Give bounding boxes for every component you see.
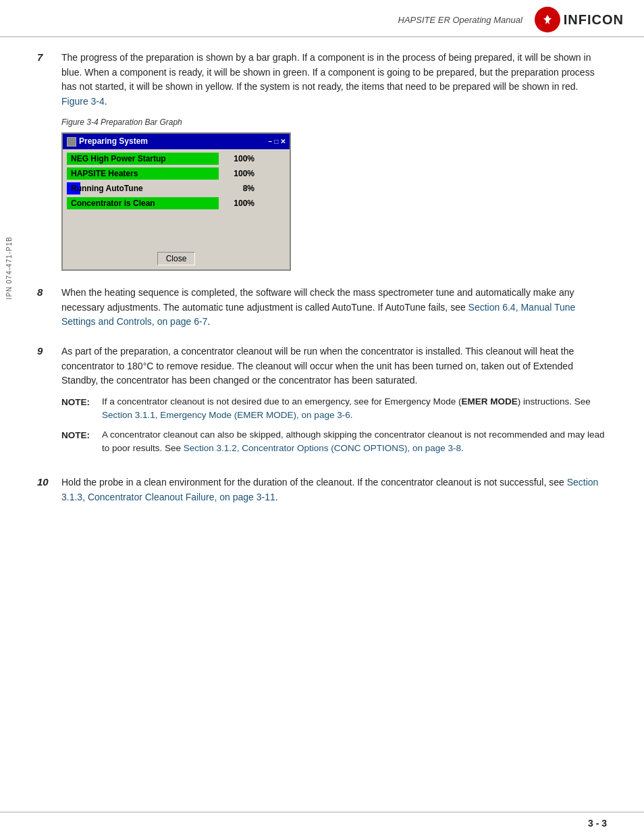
- page-header: HAPSITE ER Operating Manual INFICON: [0, 0, 644, 37]
- item-10-text: Hold the probe in a clean environment fo…: [61, 477, 567, 488]
- item-7-link[interactable]: Figure 3-4: [61, 96, 105, 107]
- item-7-number: 7: [37, 51, 61, 63]
- note-2-text: A concentrator cleanout can also be skip…: [102, 428, 607, 456]
- item-7: 7 The progress of the preparation is sho…: [37, 51, 607, 271]
- inficon-logo-svg: [540, 12, 555, 27]
- logo-icon: [535, 7, 560, 32]
- item-9: 9 As part of the preparation, a concentr…: [37, 344, 607, 461]
- bar-label-cell-3: Running AutoTune: [67, 182, 229, 194]
- item-8-suffix: .: [207, 316, 210, 327]
- item-8: 8 When the heating sequence is completed…: [37, 286, 607, 330]
- item-7-text: The progress of the preparation is shown…: [61, 52, 595, 92]
- bar-label-cell-2: HAPSITE Heaters: [67, 167, 229, 180]
- note-1-bold: EMER MODE: [462, 396, 518, 407]
- item-10: 10 Hold the probe in a clean environment…: [37, 475, 607, 504]
- item-8-number: 8: [37, 286, 61, 298]
- item-7-link-suffix: .: [105, 96, 107, 107]
- bar-row-4: Concentrator is Clean 100%: [67, 197, 286, 210]
- header-title: HAPSITE ER Operating Manual: [20, 15, 535, 25]
- bar-label-3: Running AutoTune: [70, 182, 143, 195]
- bar-percent-1: 100%: [229, 153, 254, 165]
- bar-percent-4: 100%: [229, 197, 254, 210]
- bar-row-2: HAPSITE Heaters 100%: [67, 167, 286, 180]
- bar-graph-win-icon: [67, 137, 76, 147]
- note-1: NOTE: If a concentrator cleanout is not …: [61, 395, 607, 423]
- bar-row-1: NEG High Power Startup 100%: [67, 152, 286, 165]
- bar-percent-3: 8%: [229, 182, 254, 195]
- close-button[interactable]: Close: [157, 252, 196, 265]
- bar-row-3: Running AutoTune 8%: [67, 182, 286, 195]
- note-1-label: NOTE:: [61, 395, 102, 410]
- bar-graph-container: Preparing System − □ ✕ NEG High Power St…: [61, 132, 291, 271]
- item-8-content: When the heating sequence is completed, …: [61, 286, 607, 330]
- bar-label-2: HAPSITE Heaters: [70, 167, 138, 180]
- bar-percent-2: 100%: [229, 167, 254, 180]
- note-2: NOTE: A concentrator cleanout can also b…: [61, 428, 607, 456]
- bar-graph-body: NEG High Power Startup 100% HAPSITE Heat…: [63, 149, 290, 249]
- note-1-link[interactable]: Section 3.1.1, Emergency Mode (EMER MODE…: [102, 410, 350, 420]
- bar-graph-title: Preparing System: [79, 135, 269, 148]
- bar-label-1: NEG High Power Startup: [70, 153, 166, 165]
- bar-label-cell-4: Concentrator is Clean: [67, 197, 229, 209]
- note-1-text: If a concentrator cleanout is not desire…: [102, 395, 607, 423]
- item-9-text: As part of the preparation, a concentrat…: [61, 346, 574, 386]
- item-9-content: As part of the preparation, a concentrat…: [61, 344, 607, 461]
- figure-label: Figure 3-4 Preparation Bar Graph: [61, 116, 607, 129]
- figure-label-text: Figure 3-4 Preparation Bar Graph: [61, 118, 182, 127]
- logo-area: INFICON: [535, 7, 624, 32]
- bar-label-4: Concentrator is Clean: [70, 197, 155, 210]
- item-7-content: The progress of the preparation is shown…: [61, 51, 607, 271]
- page-footer: 3 - 3: [0, 812, 644, 834]
- note-2-link[interactable]: Section 3.1.2, Concentrator Options (CON…: [184, 443, 461, 453]
- page-content: 7 The progress of the preparation is sho…: [0, 37, 644, 540]
- bar-graph-footer: Close: [63, 249, 290, 269]
- bar-graph-controls: − □ ✕: [269, 136, 286, 147]
- logo-text: INFICON: [564, 12, 624, 28]
- item-9-number: 9: [37, 344, 61, 357]
- bar-graph-titlebar: Preparing System − □ ✕: [63, 134, 290, 149]
- item-10-suffix: .: [275, 492, 278, 502]
- item-10-number: 10: [37, 475, 61, 488]
- item-10-content: Hold the probe in a clean environment fo…: [61, 475, 607, 504]
- bar-graph-spacer: [67, 211, 286, 245]
- page-number: 3 - 3: [588, 818, 607, 829]
- bar-label-cell-1: NEG High Power Startup: [67, 153, 229, 165]
- note-2-label: NOTE:: [61, 428, 102, 443]
